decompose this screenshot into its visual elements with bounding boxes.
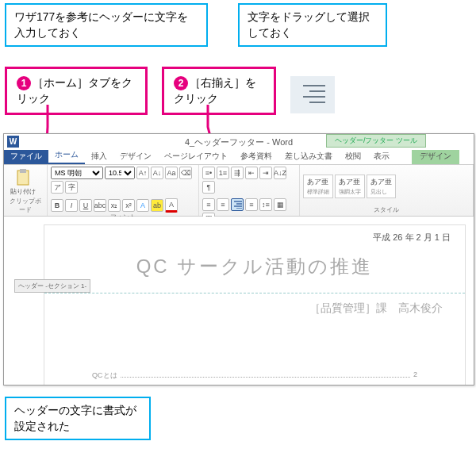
- header-date: 平成 26 年 2 月 1 日: [373, 232, 451, 244]
- numbering-icon[interactable]: 1≡: [217, 167, 229, 179]
- change-case-icon[interactable]: Aa: [165, 167, 178, 179]
- sort-icon[interactable]: A↓Z: [274, 167, 286, 179]
- paste-button[interactable]: 貼り付け: [7, 167, 39, 197]
- callout-step-2: 2［右揃え］をクリック: [162, 67, 276, 115]
- page: 平成 26 年 2 月 1 日 QC サークル活動の推進 ヘッダー -セクション…: [44, 224, 466, 386]
- font-size-select[interactable]: 10.5: [105, 167, 135, 179]
- font-name-select[interactable]: MS 明朝: [51, 167, 103, 179]
- contextual-tab-group: ヘッダー/フッター ツール: [326, 134, 426, 148]
- header-zone[interactable]: 平成 26 年 2 月 1 日 QC サークル活動の推進: [44, 225, 465, 293]
- tab-view[interactable]: 表示: [367, 148, 396, 164]
- shrink-font-icon[interactable]: A↓: [151, 167, 163, 179]
- header-section-tag: ヘッダー -セクション 1-: [14, 279, 90, 293]
- group-paragraph: ≡• 1≡ ⇶ ⇤ ⇥ A↓Z ¶ ≡ ≡ ≡ ↕≡ ▦ 田 段落: [199, 165, 300, 216]
- word-logo-icon: W: [7, 136, 19, 148]
- bold-icon[interactable]: B: [51, 199, 63, 212]
- style-emphasis[interactable]: あア亜強調太字: [335, 175, 365, 198]
- word-title: 4_ヘッダーフッター - Word: [185, 136, 293, 148]
- note-result: ヘッダーの文字に書式が設定された: [5, 397, 151, 440]
- italic-icon[interactable]: I: [65, 199, 78, 212]
- align-center-icon[interactable]: ≡: [217, 198, 229, 211]
- align-justify-icon[interactable]: ≡: [245, 198, 258, 211]
- text-effects-icon[interactable]: A: [136, 199, 149, 212]
- align-right-icon-large: [290, 76, 335, 113]
- align-right-button[interactable]: [231, 198, 244, 211]
- font-color-icon[interactable]: A: [165, 198, 178, 213]
- tab-review[interactable]: 校閲: [339, 148, 367, 164]
- step-2-number: 2: [174, 76, 188, 90]
- line-spacing-icon[interactable]: ↕≡: [259, 198, 272, 211]
- style-heading[interactable]: あア亜見出し: [367, 175, 396, 198]
- subscript-icon[interactable]: x₂: [108, 199, 121, 212]
- tab-design[interactable]: デザイン: [113, 148, 158, 164]
- header-subtitle: ［品質管理］課 高木俊介: [309, 301, 443, 316]
- ribbon-tabs: ファイル ホーム 挿入 デザイン ページレイアウト 参考資料 差し込み文書 校閲…: [4, 150, 474, 165]
- clear-format-icon[interactable]: ⌫: [179, 167, 192, 179]
- tab-file[interactable]: ファイル: [4, 148, 48, 164]
- tab-page-layout[interactable]: ページレイアウト: [158, 148, 234, 164]
- superscript-icon[interactable]: x²: [122, 199, 135, 212]
- clipboard-icon: [15, 168, 31, 187]
- grow-font-icon[interactable]: A↑: [136, 167, 149, 179]
- ribbon: 貼り付け クリップボード MS 明朝 10.5 A↑ A↓ Aa ⌫ ア 字 B…: [4, 165, 474, 217]
- strike-icon[interactable]: abc: [94, 199, 106, 212]
- note-prepare-header: ワザ177を参考にヘッダーに文字を入力しておく: [5, 3, 208, 47]
- multilevel-icon[interactable]: ⇶: [231, 167, 244, 179]
- word-window: W 4_ヘッダーフッター - Word ヘッダー/フッター ツール ファイル ホ…: [3, 133, 474, 386]
- decrease-indent-icon[interactable]: ⇤: [245, 167, 258, 179]
- tab-header-footer-design[interactable]: デザイン: [412, 148, 459, 164]
- callout-step-1: 1［ホーム］タブをクリック: [5, 67, 148, 115]
- underline-icon[interactable]: U: [79, 199, 92, 212]
- header-title: QC サークル活動の推進: [44, 254, 465, 279]
- tab-references[interactable]: 参考資料: [234, 148, 278, 164]
- enclose-icon[interactable]: 字: [65, 181, 78, 194]
- highlight-icon[interactable]: ab: [151, 199, 163, 212]
- bullets-icon[interactable]: ≡•: [202, 167, 215, 179]
- document-area[interactable]: 平成 26 年 2 月 1 日 QC サークル活動の推進 ヘッダー -セクション…: [4, 217, 474, 386]
- tab-insert[interactable]: 挿入: [85, 148, 113, 164]
- step-1-number: 1: [17, 76, 31, 90]
- note-drag-select: 文字をドラッグして選択しておく: [238, 3, 387, 47]
- group-styles: あア亜標準詳細 あア亜強調太字 あア亜見出し スタイル: [300, 165, 474, 216]
- group-clipboard: 貼り付け クリップボード: [4, 165, 48, 216]
- show-marks-icon[interactable]: ¶: [202, 181, 215, 194]
- tab-mailings[interactable]: 差し込み文書: [278, 148, 339, 164]
- svg-rect-5: [20, 169, 26, 173]
- shading-icon[interactable]: ▦: [274, 198, 286, 211]
- body-toc-line: QCとは2: [92, 370, 417, 381]
- phonetic-icon[interactable]: ア: [51, 181, 63, 194]
- group-font: MS 明朝 10.5 A↑ A↓ Aa ⌫ ア 字 B I U abc x₂ x…: [48, 165, 199, 216]
- style-normal[interactable]: あア亜標準詳細: [303, 175, 333, 198]
- increase-indent-icon[interactable]: ⇥: [259, 167, 272, 179]
- align-left-icon[interactable]: ≡: [202, 198, 215, 211]
- word-titlebar: W 4_ヘッダーフッター - Word ヘッダー/フッター ツール: [4, 134, 474, 150]
